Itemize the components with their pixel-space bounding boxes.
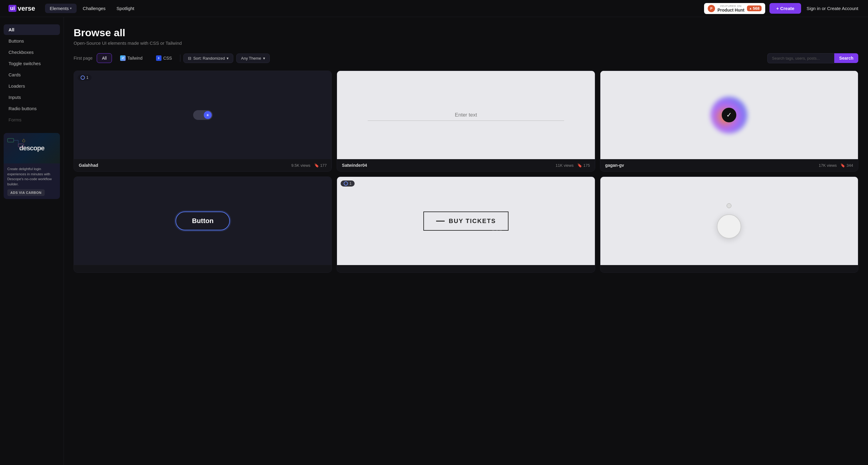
toggle-track: ☀ bbox=[193, 110, 213, 120]
theme-chevron-icon: ▾ bbox=[263, 56, 265, 61]
product-hunt-count: ▲ 568 bbox=[747, 5, 762, 11]
slider-thumb-small bbox=[726, 203, 732, 208]
tailwind-icon bbox=[120, 55, 126, 61]
nav-spotlight[interactable]: Spotlight bbox=[112, 4, 139, 13]
css-icon: 3 bbox=[156, 55, 161, 61]
tickets-dashes bbox=[492, 230, 502, 231]
page-title: Browse all bbox=[73, 27, 858, 39]
card-preview-button: Button bbox=[74, 177, 332, 265]
sidebar-ad: descope Create delightful login experien… bbox=[4, 133, 60, 199]
sidebar-item-all[interactable]: All bbox=[4, 24, 60, 35]
create-button[interactable]: + Create bbox=[770, 3, 801, 14]
card-author-1: Galahhad bbox=[79, 163, 98, 168]
card-footer-3: gagan-gv 17K views 🔖 344 bbox=[600, 159, 858, 171]
logo-ui: ui bbox=[8, 5, 17, 12]
card-preview-input bbox=[337, 71, 595, 159]
filter-tailwind[interactable]: Tailwind bbox=[115, 53, 148, 63]
sidebar-item-loaders[interactable]: Loaders bbox=[4, 81, 60, 91]
card-footer-5 bbox=[337, 265, 595, 272]
card-author-2: Satwinder04 bbox=[342, 163, 367, 168]
card-author-3: gagan-gv bbox=[605, 163, 624, 168]
search-button[interactable]: Search bbox=[834, 53, 858, 63]
card-footer-6 bbox=[600, 265, 858, 272]
bookmark-icon-1: 🔖 bbox=[314, 163, 319, 168]
cards-grid: 1 ☀ Galahhad 9.5K views 🔖 177 bbox=[73, 70, 858, 273]
card-input: Satwinder04 11K views 🔖 175 bbox=[337, 70, 595, 172]
chevron-down-icon: ▾ bbox=[70, 6, 72, 10]
card-footer-4 bbox=[74, 265, 332, 272]
buy-tickets-button[interactable]: BUY TICKETS bbox=[423, 211, 509, 231]
nav-right: P FEATURED ON Product Hunt ▲ 568 + Creat… bbox=[704, 3, 860, 14]
sidebar-item-forms: Forms bbox=[4, 114, 60, 125]
toggle-switch-preview: ☀ bbox=[193, 110, 213, 120]
preview-button-element[interactable]: Button bbox=[176, 211, 230, 230]
filter-divider bbox=[180, 55, 180, 62]
nav-elements[interactable]: Elements ▾ bbox=[45, 4, 77, 13]
filter-bar: First page All Tailwind 3 CSS ⊟ Sort: Ra… bbox=[73, 53, 858, 63]
theme-button[interactable]: Any Theme ▾ bbox=[236, 54, 270, 63]
svg-point-4 bbox=[23, 140, 25, 142]
ad-image: descope bbox=[4, 133, 60, 164]
layout: All Buttons Checkboxes Toggle switches C… bbox=[0, 17, 868, 465]
gradient-checkmark: ✓ bbox=[722, 108, 736, 122]
card-footer-2: Satwinder04 11K views 🔖 175 bbox=[337, 159, 595, 171]
preview-input-field[interactable] bbox=[368, 110, 564, 121]
ads-via-carbon-button[interactable]: ADS VIA CARBON bbox=[7, 189, 45, 196]
nav-challenges[interactable]: Challenges bbox=[78, 4, 111, 13]
tickets-dash-icon bbox=[436, 221, 445, 222]
sort-chevron-icon: ▾ bbox=[226, 56, 229, 61]
badge-ring-icon-5 bbox=[344, 181, 348, 186]
card-preview-tickets: 1 BUY TICKETS bbox=[337, 177, 595, 265]
sidebar-item-inputs[interactable]: Inputs bbox=[4, 92, 60, 103]
card-preview-gradient: ✓ bbox=[600, 71, 858, 159]
sign-in-button[interactable]: Sign in or Create Account bbox=[805, 3, 860, 13]
badge-count-1: 1 bbox=[78, 75, 92, 81]
card-tickets: 1 BUY TICKETS bbox=[337, 176, 595, 273]
product-hunt-icon: P bbox=[708, 5, 715, 12]
sort-button[interactable]: ⊟ Sort: Randomized ▾ bbox=[183, 54, 233, 63]
product-hunt-text: FEATURED ON Product Hunt bbox=[717, 5, 745, 12]
card-views-2: 11K views bbox=[556, 163, 574, 168]
slider-thumb-large bbox=[717, 214, 741, 239]
site-logo[interactable]: uiverse bbox=[8, 5, 35, 12]
search-input[interactable] bbox=[767, 53, 834, 63]
filter-css[interactable]: 3 CSS bbox=[151, 53, 177, 63]
gradient-bg: ✓ bbox=[600, 71, 858, 159]
bookmark-icon-3: 🔖 bbox=[840, 163, 845, 168]
nav-links: Elements ▾ Challenges Spotlight bbox=[45, 4, 694, 13]
main-content: Browse all Open-Source UI elements made … bbox=[64, 17, 868, 465]
card-stats-2: 11K views 🔖 175 bbox=[556, 163, 590, 168]
sidebar-item-toggle-switches[interactable]: Toggle switches bbox=[4, 58, 60, 69]
sidebar-item-checkboxes[interactable]: Checkboxes bbox=[4, 47, 60, 58]
card-views-3: 17K views bbox=[819, 163, 837, 168]
card-slider bbox=[600, 176, 858, 273]
card-saves-1: 🔖 177 bbox=[314, 163, 327, 168]
badge-ring-icon bbox=[81, 76, 85, 80]
ad-description: Create delightful login experiences in m… bbox=[7, 167, 56, 187]
sidebar-item-buttons[interactable]: Buttons bbox=[4, 36, 60, 46]
input-preview bbox=[337, 71, 595, 159]
svg-rect-0 bbox=[8, 139, 14, 142]
sort-icon: ⊟ bbox=[188, 56, 191, 61]
page-subtitle: Open-Source UI elements made with CSS or… bbox=[73, 40, 858, 46]
logo-verse: verse bbox=[18, 5, 35, 12]
filter-all[interactable]: All bbox=[97, 53, 112, 63]
sidebar-item-cards[interactable]: Cards bbox=[4, 69, 60, 80]
search-area: Search bbox=[767, 53, 858, 63]
bookmark-icon-2: 🔖 bbox=[577, 163, 582, 168]
card-saves-3: 🔖 344 bbox=[840, 163, 853, 168]
card-saves-2: 🔖 175 bbox=[577, 163, 590, 168]
card-toggle: 1 ☀ Galahhad 9.5K views 🔖 177 bbox=[73, 70, 332, 172]
badge-count-5: 1 bbox=[341, 180, 354, 186]
card-gradient-check: ✓ gagan-gv 17K views 🔖 344 bbox=[600, 70, 858, 172]
sidebar-item-radio-buttons[interactable]: Radio buttons bbox=[4, 103, 60, 114]
page-label: First page bbox=[73, 56, 92, 61]
sidebar: All Buttons Checkboxes Toggle switches C… bbox=[0, 17, 64, 465]
card-button: Button bbox=[73, 176, 332, 273]
toggle-thumb: ☀ bbox=[204, 111, 212, 119]
svg-rect-1 bbox=[18, 144, 24, 147]
card-footer-1: Galahhad 9.5K views 🔖 177 bbox=[74, 159, 332, 171]
card-preview-slider bbox=[600, 177, 858, 265]
upvote-arrow-icon: ▲ bbox=[749, 7, 752, 10]
product-hunt-badge[interactable]: P FEATURED ON Product Hunt ▲ 568 bbox=[704, 3, 765, 14]
